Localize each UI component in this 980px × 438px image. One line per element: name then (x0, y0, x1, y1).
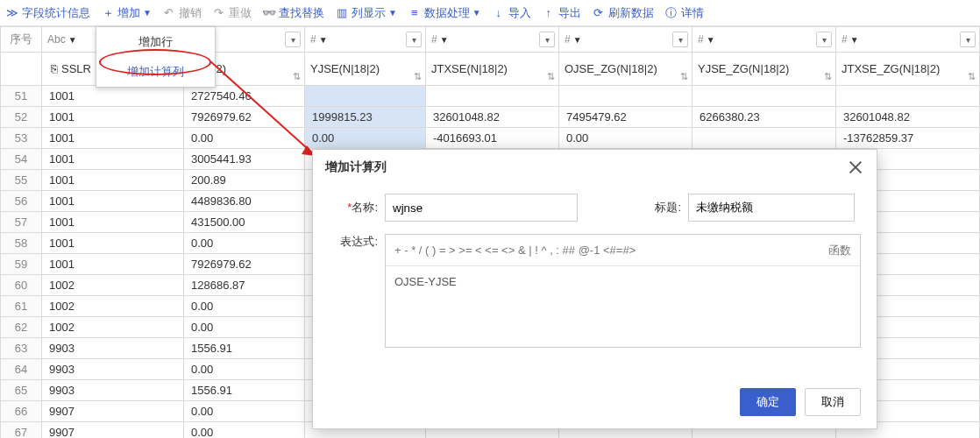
cell[interactable] (426, 86, 559, 107)
cell[interactable]: 0.00 (184, 359, 305, 380)
cell[interactable]: 60 (0, 275, 42, 296)
col-yjsezg[interactable]: YJSE_ZG(N|18|2)⇅ (692, 53, 836, 86)
cell[interactable]: 66 (0, 401, 42, 422)
cell[interactable] (692, 86, 836, 107)
cell[interactable]: 1001 (42, 170, 184, 191)
data-process-button[interactable]: ≡数据处理▼ (408, 5, 481, 21)
col-ojsezg[interactable]: OJSE_ZG(N|18|2)⇅ (559, 53, 692, 86)
col-menu-icon[interactable]: ▾ (816, 32, 832, 47)
menu-add-calc-col[interactable]: 增加计算列 (96, 57, 215, 87)
detail-button[interactable]: ⓘ详情 (664, 5, 704, 21)
col-yjse[interactable]: YJSE(N|18|2)⇅ (305, 53, 426, 86)
title-input[interactable] (688, 194, 855, 222)
cell[interactable]: 56 (0, 191, 42, 212)
cell[interactable]: 1002 (42, 275, 184, 296)
operator-toolbar[interactable]: + - * / ( ) = > >= < <= <> & | ! ^ , : #… (386, 235, 860, 266)
cell[interactable]: 51 (0, 86, 42, 107)
cell[interactable]: 32601048.82 (426, 107, 559, 128)
cell[interactable] (692, 128, 836, 149)
cell[interactable]: -13762859.37 (836, 128, 980, 149)
cell[interactable]: 7926979.62 (184, 254, 305, 275)
sort-icon[interactable]: ⇅ (968, 71, 976, 82)
cell[interactable] (836, 86, 980, 107)
cell[interactable]: 128686.87 (184, 275, 305, 296)
sort-icon[interactable]: ⇅ (293, 71, 301, 82)
sort-icon[interactable]: ⇅ (680, 71, 688, 82)
cell[interactable]: 431500.00 (184, 212, 305, 233)
column-display-button[interactable]: ▥列显示▼ (335, 5, 397, 21)
cell[interactable] (559, 86, 692, 107)
sort-icon[interactable]: ⇅ (824, 71, 832, 82)
cell[interactable]: 4489836.80 (184, 191, 305, 212)
cell[interactable]: 1001 (42, 233, 184, 254)
cell[interactable]: 0.00 (184, 401, 305, 422)
cell[interactable]: 9907 (42, 422, 184, 438)
cell[interactable]: 1001 (42, 149, 184, 170)
cell[interactable]: 61 (0, 296, 42, 317)
import-button[interactable]: ↓导入 (492, 5, 531, 21)
menu-add-row[interactable]: 增加行 (96, 27, 215, 57)
export-button[interactable]: ↑导出 (542, 5, 581, 21)
cell[interactable]: 0.00 (184, 296, 305, 317)
cell[interactable]: 0.00 (184, 422, 305, 438)
cell[interactable]: 7926979.62 (184, 107, 305, 128)
expression-input[interactable]: OJSE-YJSE (386, 266, 860, 297)
table-row[interactable]: 5310010.000.00-4016693.010.00-13762859.3… (0, 128, 980, 149)
cell[interactable]: 67 (0, 422, 42, 438)
cell[interactable]: 1001 (42, 128, 184, 149)
cell[interactable]: 0.00 (184, 317, 305, 338)
cell[interactable]: -4016693.01 (426, 128, 559, 149)
cell[interactable]: 1556.91 (184, 338, 305, 359)
col-menu-icon[interactable]: ▾ (285, 32, 301, 47)
col-jtxse[interactable]: JTXSE(N|18|2)⇅ (426, 53, 559, 86)
name-input[interactable] (385, 194, 578, 222)
cell[interactable]: 64 (0, 359, 42, 380)
undo-button[interactable]: ↶撤销 (162, 5, 202, 21)
col-jtxsezg[interactable]: JTXSE_ZG(N|18|2)⇅ (836, 53, 980, 86)
cell[interactable]: 9903 (42, 338, 184, 359)
add-button[interactable]: ＋增加▼ (101, 5, 152, 21)
cell[interactable]: 57 (0, 212, 42, 233)
find-replace-button[interactable]: 👓查找替换 (262, 5, 324, 21)
cell[interactable]: 54 (0, 149, 42, 170)
col-menu-icon[interactable]: ▾ (539, 32, 555, 47)
cancel-button[interactable]: 取消 (805, 388, 861, 416)
cell[interactable]: 0.00 (184, 233, 305, 254)
cell[interactable]: 2727540.46 (184, 86, 305, 107)
field-stats-button[interactable]: ≫字段统计信息 (5, 5, 90, 21)
cell[interactable]: 32601048.82 (836, 107, 980, 128)
col-menu-icon[interactable]: ▾ (672, 32, 688, 47)
col-seq[interactable]: 序号 (0, 26, 42, 53)
cell[interactable]: 9907 (42, 401, 184, 422)
cell[interactable]: 1999815.23 (305, 107, 426, 128)
cell[interactable] (305, 86, 426, 107)
col-hash7[interactable]: #▼▾ (836, 26, 980, 53)
cell[interactable]: 65 (0, 380, 42, 401)
col-menu-icon[interactable]: ▾ (406, 32, 422, 47)
cell[interactable]: 0.00 (559, 128, 692, 149)
cell[interactable]: 7495479.62 (559, 107, 692, 128)
ok-button[interactable]: 确定 (740, 388, 796, 416)
table-row[interactable]: 5110012727540.46 (0, 86, 980, 107)
cell[interactable]: 200.89 (184, 170, 305, 191)
cell[interactable]: 0.00 (184, 128, 305, 149)
col-hash3[interactable]: #▼▾ (305, 26, 426, 53)
cell[interactable]: 55 (0, 170, 42, 191)
table-row[interactable]: 5210017926979.621999815.2332601048.82749… (0, 107, 980, 128)
cell[interactable]: 62 (0, 317, 42, 338)
function-button[interactable]: 函数 (828, 243, 851, 258)
cell[interactable]: 58 (0, 233, 42, 254)
cell[interactable]: 1001 (42, 191, 184, 212)
cell[interactable]: 59 (0, 254, 42, 275)
close-button[interactable] (847, 159, 864, 176)
cell[interactable]: 6266380.23 (692, 107, 836, 128)
cell[interactable]: 63 (0, 338, 42, 359)
cell[interactable]: 1001 (42, 86, 184, 107)
cell[interactable]: 1001 (42, 107, 184, 128)
cell[interactable]: 1002 (42, 317, 184, 338)
cell[interactable]: 9903 (42, 359, 184, 380)
cell[interactable]: 52 (0, 107, 42, 128)
cell[interactable]: 0.00 (305, 128, 426, 149)
cell[interactable]: 1001 (42, 254, 184, 275)
sort-icon[interactable]: ⇅ (414, 71, 422, 82)
